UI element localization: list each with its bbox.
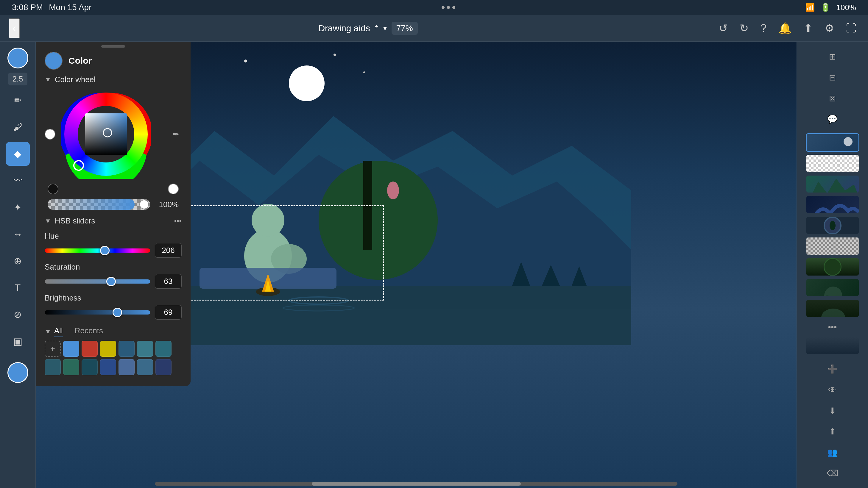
- layer-5-preview: [806, 217, 859, 234]
- brush-size-display[interactable]: 2.5: [8, 73, 27, 86]
- saturation-slider-track[interactable]: [45, 280, 150, 284]
- eraser-tool[interactable]: 〰: [6, 169, 30, 193]
- visible-icon[interactable]: 👁: [824, 381, 841, 399]
- layer-4-preview: [806, 196, 859, 213]
- color-wheel-section-header[interactable]: ▼ Color wheel: [36, 73, 191, 87]
- saturation-slider-thumb[interactable]: [106, 277, 116, 286]
- hsb-collapse-arrow: ▼: [45, 217, 51, 225]
- scrollbar-thumb[interactable]: [312, 482, 521, 486]
- group-icon[interactable]: 👥: [824, 443, 841, 461]
- svg-point-18: [387, 182, 399, 199]
- add-swatch-button[interactable]: +: [45, 341, 61, 357]
- brightness-value[interactable]: 69: [155, 305, 182, 320]
- white-color-dot[interactable]: [45, 129, 55, 139]
- tab-recents[interactable]: Recents: [75, 326, 103, 337]
- swatch-12[interactable]: [137, 359, 153, 375]
- swatch-8[interactable]: [63, 359, 79, 375]
- transform-tool[interactable]: ⊕: [6, 249, 30, 273]
- swatches-collapse-arrow: ▼: [45, 328, 51, 336]
- swatch-5[interactable]: [137, 341, 153, 357]
- swatch-2[interactable]: [82, 341, 98, 357]
- hue-value[interactable]: 206: [155, 243, 182, 258]
- layers-icon[interactable]: ⊞: [824, 47, 841, 65]
- hsb-section-header[interactable]: ▼ HSB sliders •••: [36, 213, 191, 229]
- color-wheel-svg[interactable]: [61, 90, 151, 179]
- help-button[interactable]: ?: [758, 20, 769, 37]
- undo-button[interactable]: ↺: [716, 20, 730, 37]
- hue-slider-thumb[interactable]: [100, 246, 110, 255]
- swatch-4[interactable]: [119, 341, 134, 357]
- active-color-swatch[interactable]: [7, 47, 28, 68]
- share-button[interactable]: ⬆: [801, 20, 815, 37]
- saturation-value[interactable]: 63: [155, 274, 182, 289]
- adjust-icon[interactable]: ⊟: [824, 68, 841, 86]
- canvas-scrollbar[interactable]: [155, 482, 677, 486]
- layer-thumb-2[interactable]: [806, 154, 859, 172]
- swatch-13[interactable]: [155, 359, 172, 375]
- layer-thumb-4[interactable]: [806, 195, 859, 214]
- swatch-3[interactable]: [100, 341, 116, 357]
- document-title-area: Drawing aids * ▾ 77%: [29, 22, 708, 35]
- swatches-row-2: [45, 359, 182, 375]
- settings-button[interactable]: ⚙: [822, 20, 836, 37]
- zoom-level[interactable]: 77%: [392, 22, 418, 35]
- share-layer-icon[interactable]: ⬆: [824, 423, 841, 441]
- transparency-thumb[interactable]: [140, 200, 149, 209]
- swatch-7[interactable]: [45, 359, 61, 375]
- fullscreen-button[interactable]: ⛶: [844, 20, 859, 37]
- layer-thumb-8[interactable]: [806, 279, 859, 297]
- layer-thumb-6[interactable]: [806, 237, 859, 255]
- redo-button[interactable]: ↻: [737, 20, 751, 37]
- gallery-tool[interactable]: ▣: [6, 329, 30, 353]
- transparency-slider[interactable]: [48, 199, 150, 210]
- layer-thumb-7[interactable]: [806, 258, 859, 276]
- color-circle-button[interactable]: [7, 362, 28, 383]
- eyedropper-tool[interactable]: ⊘: [6, 303, 30, 326]
- text-tool[interactable]: T: [6, 276, 30, 300]
- color-wheel[interactable]: [61, 90, 151, 179]
- paint-tool[interactable]: 🖌: [6, 115, 30, 139]
- comment-icon[interactable]: 💬: [824, 110, 841, 128]
- brightness-slider-track[interactable]: [45, 311, 150, 315]
- layer-thumb-3[interactable]: [806, 175, 859, 193]
- draw-tool[interactable]: ✏: [6, 88, 30, 112]
- swatch-10[interactable]: [100, 359, 116, 375]
- status-time: 3:08 PM: [12, 3, 43, 12]
- white-color-button[interactable]: [168, 184, 179, 194]
- effects-tool[interactable]: ✦: [6, 195, 30, 219]
- status-date: Mon 15 Apr: [49, 3, 91, 12]
- move-tool[interactable]: ↔: [6, 222, 30, 246]
- brightness-slider-thumb[interactable]: [113, 308, 122, 317]
- swatch-6[interactable]: [155, 341, 172, 357]
- import-icon[interactable]: ⬇: [824, 402, 841, 420]
- battery-icon: 🔋: [820, 3, 830, 12]
- swatch-11[interactable]: [119, 359, 134, 375]
- status-bar-left: 3:08 PM Mon 15 Apr: [12, 3, 91, 12]
- panel-color-preview[interactable]: [45, 52, 63, 70]
- hsb-more-button[interactable]: •••: [174, 217, 182, 225]
- title-dropdown-arrow[interactable]: ▾: [383, 24, 387, 32]
- swatches-row-1: +: [45, 341, 182, 357]
- layer-thumb-5[interactable]: [806, 216, 859, 235]
- layer-thumb-9[interactable]: [806, 299, 859, 318]
- saturation-slider-group: Saturation 63: [36, 260, 191, 291]
- toolbar-actions: ↺ ↻ ? 🔔 ⬆ ⚙ ⛶: [716, 20, 859, 37]
- swatch-9[interactable]: [82, 359, 98, 375]
- grid-icon[interactable]: ⊠: [824, 89, 841, 107]
- add-layer-button[interactable]: ➕: [824, 360, 841, 378]
- panel-header: Color: [36, 49, 191, 73]
- swatches-section-header[interactable]: ▼ All Recents: [45, 324, 182, 339]
- erase-right-icon[interactable]: ⌫: [824, 464, 841, 482]
- status-bar: 3:08 PM Mon 15 Apr 📶 🔋 100%: [0, 0, 868, 15]
- back-button[interactable]: ‹: [9, 19, 20, 38]
- notifications-button[interactable]: 🔔: [776, 20, 794, 37]
- eyedropper-icon[interactable]: ✒: [170, 127, 182, 142]
- hue-slider-track[interactable]: [45, 249, 150, 253]
- fill-tool[interactable]: ◆: [6, 142, 30, 166]
- wifi-icon: 📶: [805, 3, 815, 12]
- black-color-button[interactable]: [48, 184, 58, 194]
- layer-thumb-10[interactable]: [806, 336, 859, 355]
- layer-thumb-1[interactable]: [806, 133, 859, 152]
- tab-all[interactable]: All: [54, 326, 63, 337]
- swatch-1[interactable]: [63, 341, 79, 357]
